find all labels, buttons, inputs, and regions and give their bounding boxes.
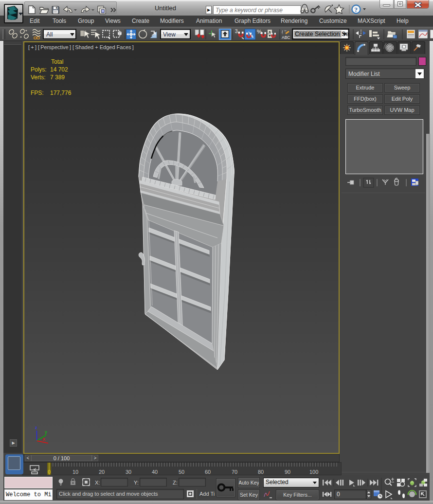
svg-text:70: 70 — [232, 469, 237, 475]
svg-text:60: 60 — [205, 469, 211, 475]
svg-text:100: 100 — [309, 469, 318, 475]
svg-text:80: 80 — [258, 469, 264, 475]
svg-text:Create Selection Se: Create Selection Se — [295, 31, 349, 37]
svg-text:ABC: ABC — [282, 35, 290, 40]
svg-text:40: 40 — [152, 469, 158, 475]
svg-text:All: All — [46, 31, 53, 38]
svg-text:90: 90 — [285, 469, 290, 475]
svg-text:30: 30 — [126, 469, 131, 475]
svg-text:50: 50 — [179, 469, 184, 475]
svg-text:3: 3 — [235, 29, 238, 34]
svg-text:10: 10 — [72, 469, 78, 475]
svg-text:y: y — [45, 430, 47, 434]
svg-text:X: X — [42, 437, 45, 442]
svg-text:?: ? — [355, 6, 358, 13]
svg-text:0: 0 — [48, 469, 51, 475]
svg-text:View: View — [163, 31, 176, 38]
svg-text:20: 20 — [99, 469, 105, 475]
svg-text:z: z — [35, 425, 37, 430]
